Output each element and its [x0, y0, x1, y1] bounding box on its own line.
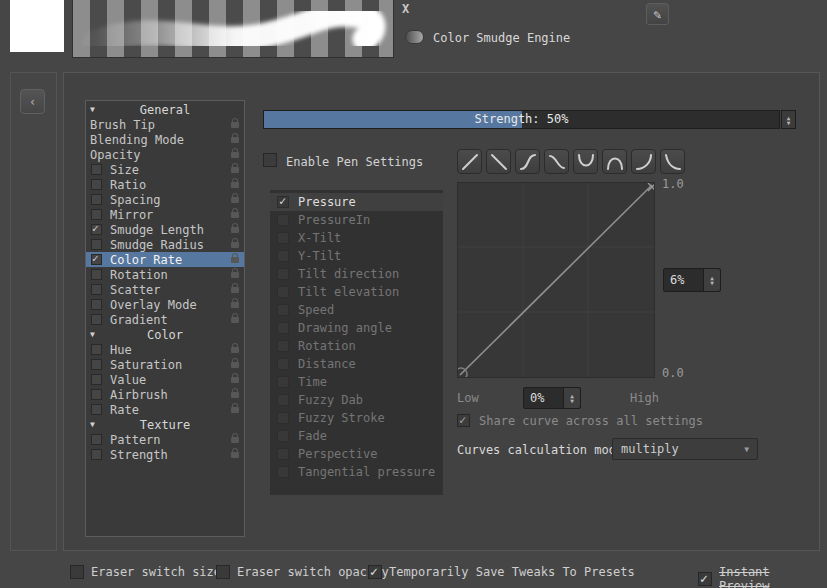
footer-checkbox[interactable] — [70, 565, 84, 579]
settings-item-brush-tip[interactable]: Brush Tip — [86, 117, 244, 132]
settings-item-value[interactable]: Value — [86, 372, 244, 387]
footer-checkbox[interactable] — [216, 565, 230, 579]
curve-preset-arch-button[interactable] — [602, 149, 627, 174]
curve-low-spinbox[interactable]: 0% ▲ ▼ — [523, 387, 581, 409]
sensor-item-fuzzy-dab[interactable]: Fuzzy Dab — [270, 391, 443, 409]
settings-item-overlay-mode[interactable]: Overlay Mode — [86, 297, 244, 312]
settings-section-general[interactable]: ▼General — [86, 102, 244, 117]
setting-checkbox[interactable] — [91, 254, 102, 265]
footer-option-temporarily-save-tweaks-to-presets[interactable]: Temporarily Save Tweaks To Presets — [368, 565, 635, 579]
sensor-checkbox[interactable] — [277, 412, 289, 424]
edit-brush-button[interactable]: ✎ — [646, 3, 669, 25]
sensor-checkbox[interactable] — [277, 358, 289, 370]
sensor-checkbox[interactable] — [277, 232, 289, 244]
settings-item-airbrush[interactable]: Airbrush — [86, 387, 244, 402]
share-curve-checkbox[interactable] — [457, 414, 470, 427]
settings-item-color-rate[interactable]: Color Rate — [86, 252, 244, 267]
setting-checkbox[interactable] — [91, 434, 102, 445]
settings-item-rotation[interactable]: Rotation — [86, 267, 244, 282]
sensor-item-rotation[interactable]: Rotation — [270, 337, 443, 355]
settings-item-size[interactable]: Size — [86, 162, 244, 177]
setting-checkbox[interactable] — [91, 344, 102, 355]
setting-checkbox[interactable] — [91, 164, 102, 175]
sensor-item-tilt-elevation[interactable]: Tilt elevation — [270, 283, 443, 301]
settings-item-spacing[interactable]: Spacing — [86, 192, 244, 207]
setting-checkbox[interactable] — [91, 389, 102, 400]
strength-spinner[interactable]: ▲ ▼ — [781, 110, 796, 129]
sensor-item-fade[interactable]: Fade — [270, 427, 443, 445]
curve-point-spinner[interactable]: ▲ ▼ — [703, 269, 720, 291]
settings-item-opacity[interactable]: Opacity — [86, 147, 244, 162]
settings-item-rate[interactable]: Rate — [86, 402, 244, 417]
spin-down-icon[interactable]: ▼ — [710, 280, 714, 285]
sensor-item-fuzzy-stroke[interactable]: Fuzzy Stroke — [270, 409, 443, 427]
sensor-item-drawing-angle[interactable]: Drawing angle — [270, 319, 443, 337]
sensor-item-perspective[interactable]: Perspective — [270, 445, 443, 463]
sensor-item-pressurein[interactable]: PressureIn — [270, 211, 443, 229]
sensor-item-pressure[interactable]: Pressure — [270, 193, 443, 211]
curve-preset-concave-rise-button[interactable] — [631, 149, 656, 174]
enable-pen-settings-checkbox[interactable] — [263, 153, 277, 167]
setting-checkbox[interactable] — [91, 179, 102, 190]
settings-item-blending-mode[interactable]: Blending Mode — [86, 132, 244, 147]
sensor-checkbox[interactable] — [277, 268, 289, 280]
sensor-item-y-tilt[interactable]: Y-Tilt — [270, 247, 443, 265]
curve-point-value-spinbox[interactable]: 6% ▲ ▼ — [663, 268, 721, 292]
strength-slider[interactable]: Strength: 50% — [263, 110, 780, 129]
settings-item-smudge-radius[interactable]: Smudge Radius — [86, 237, 244, 252]
curve-preset-linear-up-button[interactable] — [457, 149, 482, 174]
setting-checkbox[interactable] — [91, 239, 102, 250]
setting-checkbox[interactable] — [91, 374, 102, 385]
footer-checkbox[interactable] — [368, 565, 382, 579]
setting-checkbox[interactable] — [91, 404, 102, 415]
setting-checkbox[interactable] — [91, 209, 102, 220]
setting-checkbox[interactable] — [91, 314, 102, 325]
curve-preset-convex-fall-button[interactable] — [660, 149, 685, 174]
spin-down-icon[interactable]: ▼ — [787, 120, 791, 125]
settings-item-gradient[interactable]: Gradient — [86, 312, 244, 327]
setting-checkbox[interactable] — [91, 269, 102, 280]
sensor-item-time[interactable]: Time — [270, 373, 443, 391]
curve-preset-s-curve-button[interactable] — [515, 149, 540, 174]
sensor-checkbox[interactable] — [277, 394, 289, 406]
curve-preset-linear-down-button[interactable] — [486, 149, 511, 174]
spin-down-icon[interactable]: ▼ — [570, 398, 574, 403]
setting-checkbox[interactable] — [91, 359, 102, 370]
footer-option-eraser-switch-size[interactable]: Eraser switch size — [70, 565, 221, 579]
curves-calculation-mode-dropdown[interactable]: multiply ▼ — [612, 438, 758, 460]
setting-checkbox[interactable] — [91, 449, 102, 460]
sensor-checkbox[interactable] — [277, 250, 289, 262]
sensor-checkbox[interactable] — [277, 322, 289, 334]
sensor-item-speed[interactable]: Speed — [270, 301, 443, 319]
sensor-item-tangential-pressure[interactable]: Tangential pressure — [270, 463, 443, 481]
settings-item-pattern[interactable]: Pattern — [86, 432, 244, 447]
settings-item-saturation[interactable]: Saturation — [86, 357, 244, 372]
setting-checkbox[interactable] — [91, 284, 102, 295]
sensor-checkbox[interactable] — [277, 448, 289, 460]
sensor-checkbox[interactable] — [277, 304, 289, 316]
sensor-checkbox[interactable] — [277, 466, 289, 478]
setting-checkbox[interactable] — [91, 194, 102, 205]
settings-section-color[interactable]: ▼Color — [86, 327, 244, 342]
footer-checkbox[interactable] — [698, 572, 712, 586]
sensor-checkbox[interactable] — [277, 430, 289, 442]
settings-section-texture[interactable]: ▼Texture — [86, 417, 244, 432]
sensor-item-x-tilt[interactable]: X-Tilt — [270, 229, 443, 247]
footer-option-eraser-switch-opacity[interactable]: Eraser switch opacity — [216, 565, 389, 579]
settings-item-scatter[interactable]: Scatter — [86, 282, 244, 297]
sensor-checkbox[interactable] — [277, 286, 289, 298]
settings-item-mirror[interactable]: Mirror — [86, 207, 244, 222]
settings-item-strength[interactable]: Strength — [86, 447, 244, 462]
footer-option-instant-preview[interactable]: Instant Preview — [698, 565, 827, 588]
settings-item-hue[interactable]: Hue — [86, 342, 244, 357]
sensor-checkbox[interactable] — [277, 196, 289, 208]
settings-item-ratio[interactable]: Ratio — [86, 177, 244, 192]
sensor-item-tilt-direction[interactable]: Tilt direction — [270, 265, 443, 283]
engine-toggle-icon[interactable] — [405, 30, 424, 44]
sensor-checkbox[interactable] — [277, 340, 289, 352]
collapse-panel-button[interactable]: ‹ — [20, 89, 45, 114]
setting-checkbox[interactable] — [91, 224, 102, 235]
sensor-checkbox[interactable] — [277, 376, 289, 388]
curve-preset-s-curve-reverse-button[interactable] — [544, 149, 569, 174]
setting-checkbox[interactable] — [91, 299, 102, 310]
